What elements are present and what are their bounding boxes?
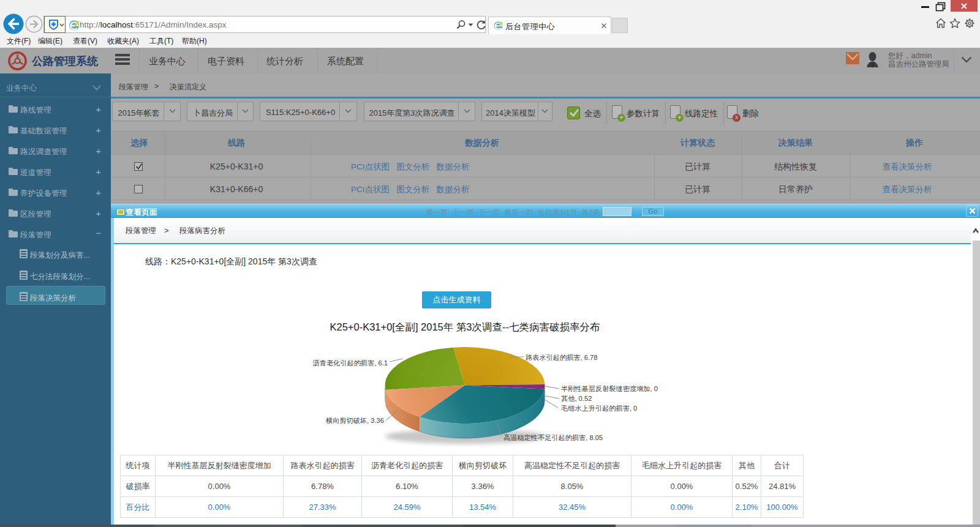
svg-text:其他, 0.52: 其他, 0.52 <box>561 395 592 402</box>
svg-text:横向剪切破坏, 3.36: 横向剪切破坏, 3.36 <box>326 417 384 424</box>
svg-text:毛细水上升引起的损害, 0: 毛细水上升引起的损害, 0 <box>560 405 637 412</box>
svg-text:半刚性基层反射裂缝密度增加, 0: 半刚性基层反射裂缝密度增加, 0 <box>561 385 658 392</box>
svg-text:路表水引起的损害, 6.78: 路表水引起的损害, 6.78 <box>526 354 598 361</box>
svg-text:高温稳定性不足引起的损害, 8.05: 高温稳定性不足引起的损害, 8.05 <box>503 434 603 441</box>
svg-text:沥青老化引起的损害, 6.1: 沥青老化引起的损害, 6.1 <box>313 359 388 367</box>
